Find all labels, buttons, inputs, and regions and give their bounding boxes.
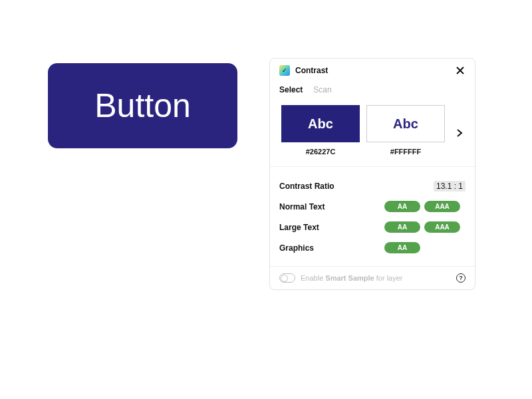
contrast-ratio-row: Contrast Ratio 13.1 : 1 [279, 176, 466, 196]
graphics-row: Graphics AA [279, 237, 466, 258]
foreground-sample: Abc [308, 116, 333, 132]
background-swatch-col: Abc #FFFFFF [366, 105, 445, 156]
large-text-label: Large Text [279, 223, 319, 232]
graphics-label: Graphics [279, 243, 314, 253]
contrast-panel: Contrast Select Scan Abc #26227C Abc #FF… [269, 58, 475, 290]
tab-select[interactable]: Select [279, 85, 303, 94]
background-swatch[interactable]: Abc [366, 105, 445, 142]
graphics-aa-badge: AA [384, 242, 420, 253]
contrast-ratio-label: Contrast Ratio [279, 182, 334, 191]
panel-footer: Enable Smart Sample for layer ? [270, 266, 475, 289]
normal-text-aaa-badge: AAA [424, 201, 460, 212]
example-button-label: Button [94, 86, 191, 125]
app-icon [279, 65, 290, 76]
swatches: Abc #26227C Abc #FFFFFF [270, 101, 475, 157]
contrast-ratio-value: 13.1 : 1 [434, 181, 466, 192]
foreground-hex: #26227C [306, 148, 336, 156]
foreground-swatch[interactable]: Abc [281, 105, 360, 142]
panel-title: Contrast [295, 66, 455, 75]
large-text-aaa-badge: AAA [424, 221, 460, 233]
example-button[interactable]: Button [48, 63, 237, 148]
large-text-row: Large Text AA AAA [279, 217, 466, 237]
background-sample: Abc [393, 116, 418, 132]
normal-text-row: Normal Text AA AAA [279, 196, 466, 217]
large-text-aa-badge: AA [384, 221, 420, 233]
help-icon[interactable]: ? [456, 273, 466, 283]
normal-text-aa-badge: AA [384, 201, 420, 212]
background-hex: #FFFFFF [390, 148, 421, 156]
foreground-swatch-col: Abc #26227C [281, 105, 360, 156]
metrics: Contrast Ratio 13.1 : 1 Normal Text AA A… [270, 167, 475, 266]
tab-scan[interactable]: Scan [313, 85, 331, 94]
close-icon[interactable] [455, 65, 466, 76]
expand-arrow-icon[interactable] [454, 128, 464, 140]
tabs: Select Scan [270, 80, 475, 101]
smart-sample-label: Enable Smart Sample for layer [301, 274, 451, 282]
smart-sample-toggle[interactable] [279, 273, 295, 283]
normal-text-label: Normal Text [279, 202, 325, 211]
panel-header: Contrast [270, 59, 475, 80]
